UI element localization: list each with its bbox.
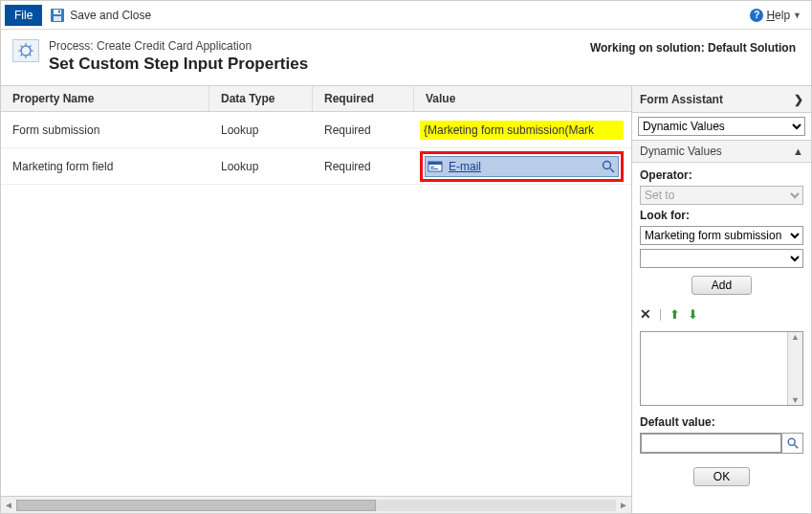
- default-value-input-wrap: [640, 433, 803, 454]
- dynamic-value-token[interactable]: {Marketing form submission(Mark: [420, 121, 624, 140]
- save-close-label: Save and Close: [70, 9, 151, 22]
- ok-button[interactable]: OK: [693, 467, 750, 486]
- lookfor-entity-select[interactable]: Marketing form submission: [640, 226, 803, 245]
- cell-required: Required: [313, 112, 414, 147]
- chevron-up-icon[interactable]: ▲: [793, 145, 803, 157]
- help-label: Help: [766, 9, 790, 22]
- lookfor-field-select[interactable]: [640, 249, 803, 268]
- default-value-label: Default value:: [640, 415, 803, 429]
- lookup-search-icon[interactable]: [601, 159, 616, 174]
- assistant-title: Form Assistant: [640, 93, 723, 106]
- separator: |: [659, 307, 662, 321]
- operator-select: Set to: [640, 186, 803, 205]
- lookup-link[interactable]: E-mail: [447, 160, 597, 173]
- default-lookup-search-icon[interactable]: [781, 434, 802, 453]
- col-header-datatype[interactable]: Data Type: [209, 86, 313, 111]
- file-menu-button[interactable]: File: [5, 5, 42, 26]
- move-up-icon[interactable]: ⬆: [669, 307, 680, 322]
- remove-icon[interactable]: ✕: [640, 306, 651, 322]
- properties-grid: Property Name Data Type Required Value F…: [1, 85, 632, 513]
- move-down-icon[interactable]: ⬇: [688, 307, 698, 322]
- chevron-right-icon[interactable]: ❯: [794, 93, 803, 106]
- save-and-close-button[interactable]: Save and Close: [50, 8, 151, 23]
- solution-label: Working on solution: Default Solution: [590, 39, 796, 55]
- highlighted-lookup-wrap: E-mail: [420, 151, 624, 182]
- scroll-thumb[interactable]: [16, 500, 376, 511]
- scroll-left-icon[interactable]: ◄: [1, 500, 16, 510]
- section-title: Dynamic Values: [640, 145, 722, 158]
- list-action-bar: ✕ | ⬆ ⬇: [640, 306, 803, 322]
- cell-datatype: Lookup: [209, 112, 313, 147]
- caret-down-icon: ▼: [793, 11, 801, 20]
- disk-icon: [50, 8, 65, 23]
- operator-label: Operator:: [640, 168, 803, 182]
- svg-point-11: [788, 438, 795, 445]
- svg-line-12: [794, 445, 798, 449]
- grid-row[interactable]: Marketing form field Lookup Required E-m…: [1, 148, 631, 185]
- page-title: Set Custom Step Input Properties: [49, 55, 308, 74]
- svg-rect-3: [58, 10, 60, 12]
- help-icon: ?: [750, 9, 763, 22]
- values-listbox[interactable]: ▲▼: [640, 331, 803, 406]
- svg-point-9: [604, 161, 611, 168]
- process-icon: [12, 39, 39, 62]
- help-menu[interactable]: ? Help ▼: [750, 9, 807, 22]
- cell-required: Required: [313, 148, 414, 184]
- form-assistant-panel: Form Assistant ❯ Dynamic Values Dynamic …: [632, 85, 811, 513]
- svg-rect-8: [430, 168, 438, 169]
- assistant-section-header[interactable]: Dynamic Values ▲: [632, 140, 811, 163]
- cell-property: Form submission: [1, 112, 209, 147]
- svg-rect-6: [428, 162, 442, 165]
- vertical-scrollbar[interactable]: ▲▼: [787, 332, 802, 405]
- col-header-property[interactable]: Property Name: [1, 86, 209, 111]
- cell-value[interactable]: E-mail: [414, 148, 631, 184]
- svg-rect-2: [54, 16, 61, 21]
- svg-rect-7: [430, 167, 434, 168]
- svg-line-10: [610, 168, 614, 172]
- col-header-value[interactable]: Value: [414, 86, 631, 111]
- col-header-required[interactable]: Required: [313, 86, 414, 111]
- scroll-track[interactable]: [16, 500, 616, 511]
- assistant-mode-select[interactable]: Dynamic Values: [638, 117, 805, 136]
- grid-header-row: Property Name Data Type Required Value: [1, 85, 631, 112]
- default-value-input[interactable]: [641, 434, 781, 453]
- assistant-header[interactable]: Form Assistant ❯: [632, 86, 811, 113]
- toolbar: File Save and Close ? Help ▼: [1, 1, 811, 30]
- horizontal-scrollbar[interactable]: ◄ ►: [1, 496, 631, 513]
- scroll-right-icon[interactable]: ►: [616, 500, 631, 510]
- entity-icon: [428, 159, 443, 174]
- add-button[interactable]: Add: [691, 276, 752, 295]
- lookfor-label: Look for:: [640, 209, 803, 222]
- grid-row[interactable]: Form submission Lookup Required {Marketi…: [1, 112, 631, 148]
- cell-property: Marketing form field: [1, 148, 209, 184]
- lookup-input[interactable]: E-mail: [425, 156, 619, 177]
- cell-value[interactable]: {Marketing form submission(Mark: [414, 112, 631, 147]
- cell-datatype: Lookup: [209, 148, 313, 184]
- page-header: Process: Create Credit Card Application …: [1, 30, 811, 85]
- process-breadcrumb: Process: Create Credit Card Application: [49, 39, 308, 53]
